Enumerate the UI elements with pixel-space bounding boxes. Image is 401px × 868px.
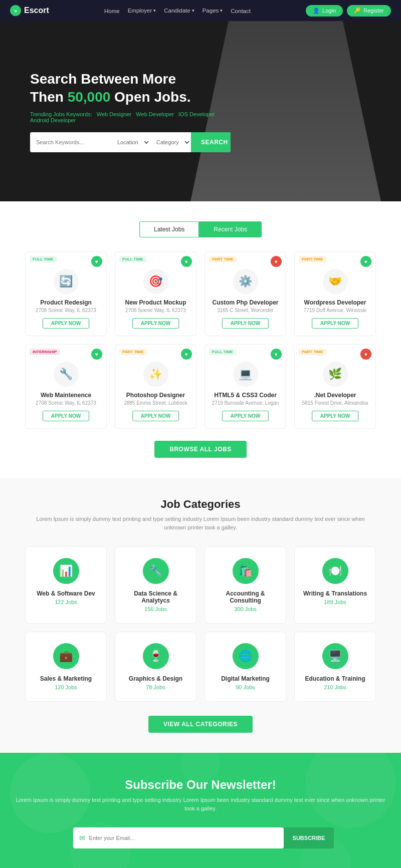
apply-button[interactable]: APPLY NOW [43, 411, 89, 421]
newsletter-section: Subscribe Our Newsletter! Lorem Ipsum is… [0, 753, 401, 868]
job-card: FULL TIME ♥ 💻 HTML5 & CSS3 Coder 2719 Bu… [205, 344, 286, 429]
browse-btn-wrap: BROWSE ALL JOBS [25, 441, 376, 458]
category-card[interactable]: 🖥️ Education & Training 210 Jobs [294, 632, 376, 702]
category-card[interactable]: 🌐 Digital Marketing 90 Jobs [205, 632, 286, 702]
job-badge: FULL TIME [119, 256, 146, 262]
jobs-grid-row1: FULL TIME ♥ 🔄 Product Redesign 2708 Scen… [25, 251, 376, 336]
apply-button[interactable]: APPLY NOW [222, 318, 269, 329]
category-icon: 📊 [53, 558, 79, 584]
job-title: HTML5 & CSS3 Coder [211, 392, 280, 399]
category-select[interactable]: Category [150, 132, 191, 152]
category-name: Education & Training [302, 675, 368, 682]
newsletter-form: ✉ SUBSCRIBE [10, 827, 391, 848]
hero-section: Search Between More Then 50,000 Open Job… [0, 21, 401, 201]
nav-buttons: 👤 Login 🔑 Register [306, 5, 391, 17]
job-logo: 💻 [233, 362, 258, 387]
register-button[interactable]: 🔑 Register [347, 5, 391, 17]
nav-home[interactable]: Home [104, 8, 120, 14]
nav-contact[interactable]: Contact [231, 8, 251, 14]
newsletter-subtitle: Lorem Ipsum is simply dummy text printin… [10, 796, 391, 812]
job-title: Web Maintenence [32, 392, 100, 399]
search-input[interactable] [30, 132, 111, 152]
view-all-button[interactable]: VIEW ALL CATEGORIES [148, 716, 253, 733]
job-location: 2885 Emma Street, Lubbock [121, 400, 190, 406]
category-card[interactable]: 🛍️ Accounting & Consulting 300 Jobs [205, 546, 286, 624]
job-fav-icon[interactable]: ♥ [91, 256, 102, 267]
category-jobs: 122 Jobs [33, 599, 99, 605]
category-name: Web & Software Dev [33, 590, 99, 597]
newsletter-title: Subscribe Our Newsletter! [10, 778, 391, 792]
job-location: 5815 Forest Drive, Alexandria [301, 400, 369, 406]
job-card: FULL TIME ♥ 🎯 New Product Mockup 2708 Sc… [115, 251, 196, 336]
job-fav-icon[interactable]: ♥ [360, 349, 371, 360]
job-fav-icon[interactable]: ♥ [360, 256, 371, 267]
category-card[interactable]: 🍷 Graphics & Design 78 Jobs [115, 632, 196, 702]
job-card: PART TIME ♥ 🌿 .Net Developer 5815 Forest… [294, 344, 376, 429]
job-location: 2708 Scenic Way, IL 62373 [32, 308, 100, 313]
category-icon: 🍽️ [322, 558, 348, 584]
category-name: Sales & Marketing [33, 675, 99, 682]
logo-text: Escort [24, 6, 49, 15]
apply-button[interactable]: APPLY NOW [222, 411, 269, 421]
nav-employer[interactable]: Employer [128, 8, 156, 14]
login-button[interactable]: 👤 Login [306, 5, 343, 17]
hero-content: Search Between More Then 50,000 Open Job… [0, 70, 261, 153]
job-location: 2708 Scenic Way, IL 62373 [121, 308, 190, 313]
location-select[interactable]: Location [111, 132, 150, 152]
job-badge: PART TIME [299, 256, 326, 262]
job-location: 2708 Scenic Way, IL 62373 [32, 400, 100, 406]
jobs-tabs: Latest Jobs Recent Jobs [25, 221, 376, 237]
category-card[interactable]: 📊 Web & Software Dev 122 Jobs [25, 546, 107, 624]
register-icon: 🔑 [354, 8, 361, 14]
job-fav-icon[interactable]: ♥ [181, 256, 192, 267]
keyword-4[interactable]: Android Developer [30, 117, 76, 123]
categories-title: Job Categories [25, 498, 376, 511]
category-icon: 🛍️ [233, 558, 259, 584]
search-button[interactable]: SEARCH [191, 132, 231, 152]
job-fav-icon[interactable]: ♥ [271, 256, 282, 267]
newsletter-email-input[interactable] [89, 835, 278, 841]
job-title: Wordpress Developer [301, 299, 369, 306]
category-name: Graphics & Design [122, 675, 189, 682]
category-name: Accounting & Consulting [212, 590, 279, 604]
search-bar: Location Category SEARCH [30, 132, 231, 152]
apply-button[interactable]: APPLY NOW [312, 411, 358, 421]
apply-button[interactable]: APPLY NOW [132, 411, 179, 421]
category-card[interactable]: 💼 Sales & Marketing 120 Jobs [25, 632, 107, 702]
browse-all-button[interactable]: BROWSE ALL JOBS [154, 441, 247, 458]
tab-recent[interactable]: Recent Jobs [199, 221, 262, 237]
category-jobs: 189 Jobs [302, 599, 368, 605]
keyword-2[interactable]: Web Developer [136, 111, 174, 117]
nav-candidate[interactable]: Candidate [164, 8, 194, 14]
apply-button[interactable]: APPLY NOW [43, 318, 89, 329]
category-card[interactable]: 🔧 Data Science & Analytycs 156 Jobs [115, 546, 196, 624]
job-logo: 🎯 [143, 269, 168, 294]
nav-links: Home Employer Candidate Pages Contact [104, 7, 251, 15]
job-fav-icon[interactable]: ♥ [91, 349, 102, 360]
nav-pages[interactable]: Pages [203, 8, 223, 14]
category-icon: 🔧 [143, 558, 169, 584]
category-icon: 💼 [53, 643, 79, 669]
job-fav-icon[interactable]: ♥ [181, 349, 192, 360]
job-badge: PART TIME [119, 349, 147, 355]
job-card: PART TIME ♥ ✨ Photoshop Designer 2885 Em… [115, 344, 196, 429]
apply-button[interactable]: APPLY NOW [312, 318, 358, 329]
job-title: Product Redesign [32, 299, 100, 306]
subscribe-button[interactable]: SUBSCRIBE [284, 827, 334, 848]
job-badge: FULL TIME [30, 256, 57, 262]
apply-button[interactable]: APPLY NOW [132, 318, 179, 329]
job-fav-icon[interactable]: ♥ [271, 349, 282, 360]
tab-latest[interactable]: Latest Jobs [139, 221, 199, 237]
job-logo: 🔧 [54, 362, 79, 387]
category-jobs: 120 Jobs [33, 684, 99, 690]
job-location: 7719 Duff Avenue, Winooski [301, 308, 369, 313]
keyword-3[interactable]: IOS Developer [178, 111, 215, 117]
jobs-section: Latest Jobs Recent Jobs FULL TIME ♥ 🔄 Pr… [0, 201, 401, 478]
job-logo: 🔄 [54, 269, 79, 294]
logo: ● Escort [10, 5, 49, 16]
keyword-1[interactable]: Web Designer [97, 111, 132, 117]
categories-section: Job Categories Lorem Ipsum is simply dum… [0, 478, 401, 753]
category-card[interactable]: 🍽️ Writing & Translations 189 Jobs [294, 546, 376, 624]
job-card: INTERNSHIP ♥ 🔧 Web Maintenence 2708 Scen… [25, 344, 107, 429]
newsletter-input-wrap: ✉ [73, 827, 284, 848]
